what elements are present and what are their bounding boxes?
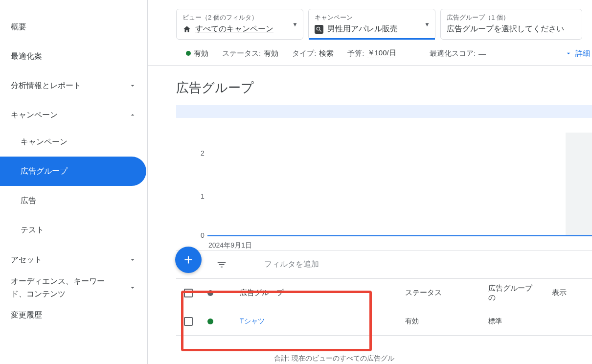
breadcrumb: ビュー（2 個のフィルタ） すべてのキャンペーン ▼ キャンペーン 男性用アパレ…	[148, 0, 592, 40]
sidebar-item-campaigns[interactable]: キャンペーン	[0, 103, 147, 127]
status-dot-icon	[186, 51, 191, 56]
chevron-down-icon	[565, 49, 572, 57]
dropdown-arrow-icon: ▼	[424, 21, 430, 28]
add-adgroup-button[interactable]	[175, 247, 202, 273]
main-content: ビュー（2 個のフィルタ） すべてのキャンペーン ▼ キャンペーン 男性用アパレ…	[148, 0, 592, 364]
sidebar-item-audience[interactable]: オーディエンス、キーワード、コンテンツ	[0, 272, 147, 303]
sidebar-item-change-history[interactable]: 変更履歴	[0, 303, 147, 327]
status-dot-icon	[207, 318, 213, 324]
sidebar-subitem-tests[interactable]: テスト	[0, 215, 146, 245]
chevron-down-icon	[129, 82, 137, 90]
row-type: 標準	[481, 317, 545, 326]
chevron-down-icon	[129, 256, 137, 264]
row-status: 有効	[398, 317, 481, 326]
breadcrumb-campaign[interactable]: キャンペーン 男性用アパレル販売 ▼	[308, 9, 435, 40]
chevron-down-icon	[129, 284, 137, 292]
col-type[interactable]: 広告グループの	[481, 284, 545, 302]
filter-placeholder: フィルタを追加	[264, 259, 319, 270]
status-column-icon[interactable]	[201, 290, 220, 296]
col-adgroup-name[interactable]: 広告グループ	[220, 288, 398, 297]
table-header-row: 広告グループ ステータス 広告グループの 表示	[176, 279, 592, 307]
status-pair: ステータス: 有効	[222, 49, 278, 58]
sidebar: 概要 最適化案 分析情報とレポート キャンペーン キャンペーン 広告グループ 広…	[0, 0, 148, 364]
filter-icon	[216, 259, 227, 270]
chart-line	[207, 235, 592, 236]
sidebar-subitem-adgroups[interactable]: 広告グループ	[0, 157, 146, 186]
row-name-link[interactable]: Tシャツ	[220, 317, 398, 326]
optimization-score: 最適化スコア: —	[430, 49, 486, 58]
sidebar-subitem-campaigns[interactable]: キャンペーン	[0, 127, 146, 157]
page-title: 広告グループ	[148, 66, 592, 105]
row-checkbox[interactable]	[176, 317, 201, 326]
campaign-status-row: 有効 ステータス: 有効 タイプ: 検索 予算: ￥100/日 最適化スコア: …	[148, 40, 592, 66]
chevron-up-icon	[129, 111, 137, 119]
adgroup-table: 広告グループ ステータス 広告グループの 表示 Tシャツ 有効 標準	[176, 278, 592, 336]
sidebar-item-overview[interactable]: 概要	[0, 15, 147, 39]
sidebar-item-assets[interactable]: アセット	[0, 248, 147, 272]
breadcrumb-view[interactable]: ビュー（2 個のフィルタ） すべてのキャンペーン ▼	[176, 9, 303, 40]
table-row[interactable]: Tシャツ 有効 標準	[176, 307, 592, 336]
sidebar-subitem-ads[interactable]: 広告	[0, 186, 146, 215]
breadcrumb-adgroup[interactable]: 広告グループ（1 個） 広告グループを選択してください	[440, 9, 582, 40]
status-enabled: 有効	[186, 49, 208, 58]
row-status-dot[interactable]	[201, 318, 220, 324]
plus-icon	[182, 253, 195, 266]
budget-pair[interactable]: 予算: ￥100/日	[347, 48, 396, 58]
dropdown-arrow-icon: ▼	[292, 21, 298, 28]
sidebar-item-insights[interactable]: 分析情報とレポート	[0, 73, 147, 98]
table-footer-text: 合計: 現在のビューのすべての広告グル	[274, 354, 394, 363]
dot-icon	[207, 290, 213, 296]
col-status[interactable]: ステータス	[398, 288, 481, 297]
info-bar[interactable]	[176, 105, 592, 118]
filter-bar[interactable]: フィルタを追加	[176, 250, 592, 278]
type-pair: タイプ: 検索	[292, 49, 334, 58]
sidebar-item-recommendations[interactable]: 最適化案	[0, 44, 147, 68]
details-link[interactable]: 詳細	[565, 49, 590, 58]
performance-chart[interactable]: 2 1 0 2024年9月1日	[176, 118, 592, 250]
col-impressions[interactable]: 表示	[545, 288, 592, 297]
select-all-checkbox[interactable]	[176, 289, 201, 297]
search-icon	[315, 25, 323, 34]
home-icon	[182, 25, 191, 34]
